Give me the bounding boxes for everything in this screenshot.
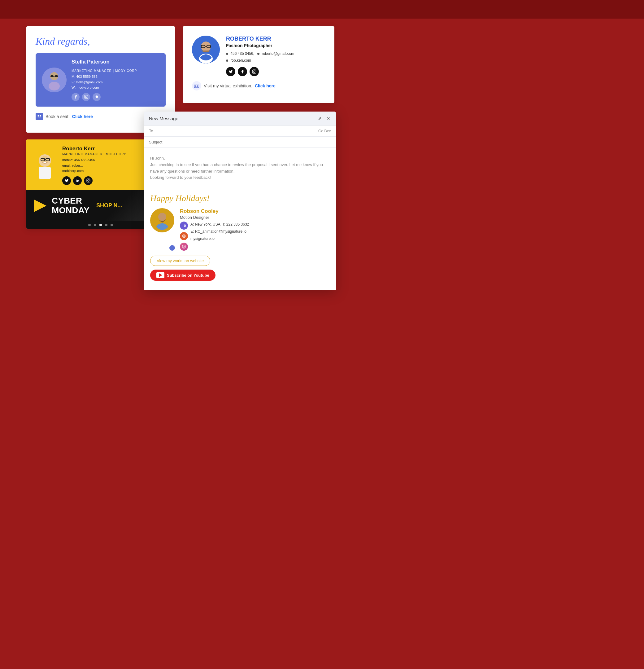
twitter-icon[interactable]: [226, 67, 235, 76]
avatar-stella: [42, 68, 67, 92]
subject-field-row: Subject: [144, 137, 336, 148]
greeting-text: Kind regards,: [35, 35, 166, 47]
web-dot: [226, 59, 228, 62]
svg-point-9: [96, 96, 98, 98]
stella-social: [72, 93, 137, 101]
phone-dot: [226, 53, 228, 55]
instagram-icon[interactable]: [82, 93, 90, 101]
robson-title: Motion Designer: [180, 215, 330, 220]
dribbble-icon[interactable]: [180, 232, 188, 240]
svg-rect-11: [38, 115, 39, 116]
svg-point-35: [87, 180, 89, 181]
subject-input[interactable]: [167, 140, 331, 144]
svg-point-33: [76, 179, 76, 180]
youtube-subscribe-button[interactable]: Subscribe on Youtube: [150, 270, 216, 281]
instagram-icon-email[interactable]: [180, 243, 188, 251]
svg-point-21: [253, 71, 255, 72]
roberto-yellow-info: Roberto Kerr MARKETING MANAGER | MOBI CO…: [62, 146, 126, 185]
virtual-text: Visit my virtual exhibition.: [204, 83, 252, 88]
roberto-yellow-website: mobicorp.com: [62, 168, 126, 174]
svg-marker-37: [34, 200, 46, 212]
dot-5: [111, 224, 113, 226]
twitter-icon-yellow[interactable]: [62, 176, 71, 185]
view-works-button[interactable]: View my works on website: [150, 256, 210, 266]
stella-website: W: modycorp.com: [72, 85, 137, 90]
yt-play-triangle: [159, 273, 162, 277]
quora-icon[interactable]: [92, 93, 101, 101]
shop-now-text: SHOP N...: [96, 202, 122, 209]
to-input[interactable]: [167, 129, 316, 133]
subject-label: Subject: [149, 140, 164, 144]
sig-icons-col: [180, 222, 188, 251]
signature-box-blue: Stella Paterson MARKETING MANAGER | MODY…: [35, 53, 166, 106]
dot-1: [88, 224, 91, 226]
email-body: To Cc Bcc Subject Hi John,Just checking …: [144, 126, 336, 290]
svg-rect-20: [252, 70, 256, 73]
facebook-icon-2[interactable]: [238, 67, 247, 76]
robson-info: Robson Cooley Motion Designer: [180, 208, 330, 251]
robson-website: mysignature.io: [190, 235, 249, 242]
youtube-label: Subscribe on Youtube: [167, 273, 209, 277]
svg-point-24: [197, 86, 198, 86]
to-field-row: To Cc Bcc: [144, 126, 336, 137]
robson-text-col: A: New York, USA, T: 222 335 3632 E: RC_…: [190, 221, 249, 251]
avatar-roberto: [192, 35, 220, 63]
svg-point-43: [185, 246, 185, 246]
top-accent: [0, 0, 644, 18]
behance-icon[interactable]: [180, 222, 188, 230]
email-content-area: Hi John,Just checking in to see if you h…: [144, 148, 336, 188]
svg-point-22: [255, 70, 255, 71]
book-seat-link[interactable]: Click here: [72, 114, 93, 119]
stella-email: E: stella@gmail.com: [72, 80, 137, 85]
happy-holidays-greeting: Happy Holidays!: [150, 193, 330, 203]
linkedin-icon[interactable]: [73, 176, 82, 185]
svg-point-42: [183, 246, 185, 247]
robson-address: A: New York, USA, T: 222 335 3632: [190, 221, 249, 228]
stella-name: Stella Paterson: [72, 59, 137, 65]
to-label: To: [149, 129, 164, 133]
svg-rect-6: [85, 95, 88, 99]
youtube-btn-area: Subscribe on Youtube: [150, 270, 330, 281]
stella-title: MARKETING MANAGER | MODY CORP: [72, 69, 137, 72]
dot-2: [94, 224, 96, 226]
roberto-phone: 456 435 3456, roberto@gmail.com: [226, 51, 294, 57]
svg-rect-34: [87, 179, 90, 182]
svg-rect-12: [40, 115, 41, 116]
robson-avatar: [150, 208, 174, 232]
signature-section-email: Happy Holidays!: [144, 188, 336, 290]
svg-rect-41: [182, 245, 186, 248]
expand-btn[interactable]: ⇗: [317, 115, 322, 122]
svg-rect-31: [39, 167, 51, 179]
facebook-icon[interactable]: [72, 93, 79, 101]
roberto-yellow-email: email: rober...: [62, 163, 126, 169]
robson-details: A: New York, USA, T: 222 335 3632 E: RC_…: [180, 221, 330, 251]
close-btn[interactable]: ✕: [326, 115, 331, 122]
roberto-yellow-title: MARKETING MANAGER | MOBI CORP: [62, 153, 126, 156]
roberto-yellow-mobile: mobile: 456 435 3456: [62, 157, 126, 163]
svg-point-23: [195, 86, 196, 86]
card-top-right: ROBERTO KERR Fashion Photographer 456 43…: [183, 26, 334, 103]
roberto-social: [226, 67, 294, 76]
sig-info-blue: Stella Paterson MARKETING MANAGER | MODY…: [72, 59, 137, 101]
email-window: New Message – ⇗ ✕ To Cc Bcc Subject Hi J…: [144, 112, 336, 290]
robson-name: Robson Cooley: [180, 208, 330, 214]
email-window-controls: – ⇗ ✕: [310, 115, 331, 122]
instagram-icon-2[interactable]: [250, 67, 259, 76]
virtual-exhibit-row: Visit my virtual exhibition. Click here: [192, 81, 325, 90]
instagram-icon-yellow[interactable]: [84, 176, 92, 185]
minimize-btn[interactable]: –: [310, 115, 313, 122]
svg-point-39: [158, 213, 166, 221]
roberto-website: rob.kerr.com: [226, 57, 294, 64]
email-dot: [257, 53, 260, 55]
roberto-sig-row: ROBERTO KERR Fashion Photographer 456 43…: [192, 35, 325, 76]
robson-sig-row: Robson Cooley Motion Designer: [150, 208, 330, 251]
virtual-link[interactable]: Click here: [255, 83, 276, 88]
avatar-roberto-yellow: [32, 151, 57, 179]
svg-point-5: [49, 82, 60, 90]
banner-arrow-icon: [32, 198, 48, 213]
roberto-yellow-social: [62, 176, 126, 185]
svg-rect-2: [50, 75, 54, 77]
email-titlebar: New Message – ⇗ ✕: [144, 112, 336, 126]
book-seat-text: Book a seat.: [45, 114, 70, 119]
yt-play-icon: [156, 272, 164, 278]
